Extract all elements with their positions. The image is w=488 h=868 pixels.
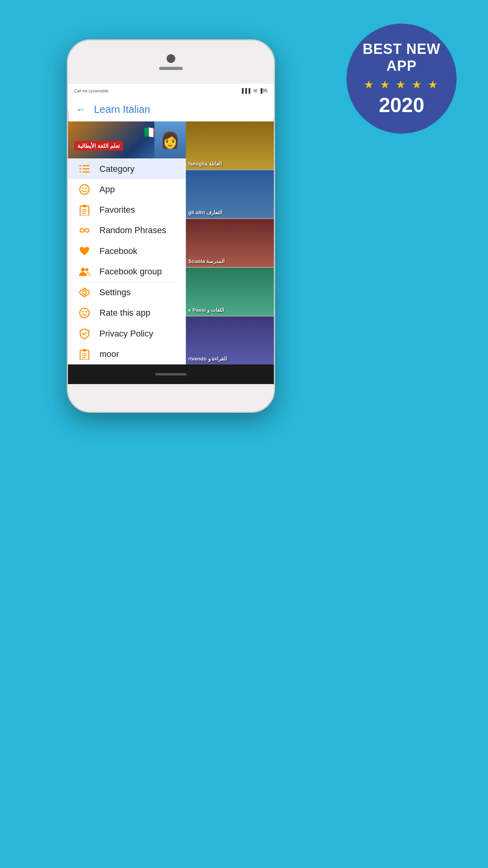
wifi-icon: ✉ bbox=[253, 88, 257, 94]
shield-icon bbox=[77, 327, 92, 341]
card-paesi[interactable]: e Paesi اللغات و bbox=[186, 268, 274, 316]
svg-point-19 bbox=[85, 311, 87, 313]
battery-icon: ▐95 bbox=[259, 88, 268, 94]
svg-point-15 bbox=[85, 268, 88, 271]
gear-icon bbox=[77, 285, 92, 300]
svg-rect-2 bbox=[83, 171, 90, 173]
carrier-info: Call me Lycamobile bbox=[74, 89, 108, 93]
card-label-famiglia: famiglia العائلة bbox=[188, 161, 222, 167]
facebook-group-label: Facebook group bbox=[99, 267, 162, 277]
menu-item-facebook[interactable]: Facebook bbox=[68, 241, 186, 261]
bottom-nav-bar bbox=[68, 364, 274, 384]
card-leggendo[interactable]: rivendo القراءة و bbox=[186, 316, 274, 364]
group-icon bbox=[77, 265, 92, 279]
rate-app-label: Rate this app bbox=[99, 308, 150, 318]
card-famiglia[interactable]: famiglia العائلة bbox=[186, 121, 274, 169]
infinity-icon bbox=[77, 223, 92, 237]
svg-rect-1 bbox=[83, 168, 90, 169]
card-label-scuola: Scuola المدرسة bbox=[188, 258, 225, 265]
category-label: Category bbox=[99, 164, 134, 174]
svg-rect-20 bbox=[80, 350, 89, 360]
favorites-label: Favorites bbox=[99, 205, 135, 215]
smile-icon-rate bbox=[77, 306, 92, 320]
card-label-leggendo: rivendo القراءة و bbox=[188, 356, 227, 362]
status-icons: ▌▌▌ ✉ ▐95 bbox=[242, 88, 268, 94]
app-label: App bbox=[99, 184, 115, 195]
svg-point-17 bbox=[80, 308, 89, 318]
svg-point-14 bbox=[81, 268, 85, 272]
svg-rect-3 bbox=[79, 165, 81, 166]
clipboard-icon-favorites bbox=[77, 203, 92, 217]
menu-item-more[interactable]: moor bbox=[68, 344, 186, 364]
front-camera bbox=[167, 54, 175, 63]
phone-bottom-bezel bbox=[68, 384, 274, 412]
menu-item-settings[interactable]: Settings bbox=[68, 282, 186, 303]
more-label: moor bbox=[99, 349, 119, 359]
privacy-label: Privacy Policy bbox=[99, 329, 153, 339]
content-cards-area: famiglia العائلة gli altri التعارف Scuol… bbox=[186, 121, 274, 364]
signal-icon: ▌▌▌ bbox=[242, 88, 252, 94]
app-header: ← Learn Italian bbox=[68, 98, 274, 121]
phone-screen: 🇮🇹 👩 تعلم اللغة الأيطالية bbox=[68, 121, 274, 364]
smile-icon-app bbox=[77, 182, 92, 197]
phone-frame: Call me Lycamobile ▌▌▌ ✉ ▐95 ← Learn Ita… bbox=[67, 39, 275, 413]
menu-item-rate[interactable]: Rate this app bbox=[68, 303, 186, 323]
menu-item-category[interactable]: Category bbox=[68, 158, 186, 179]
svg-rect-4 bbox=[79, 168, 81, 169]
carrier-name: Call me Lycamobile bbox=[74, 89, 108, 93]
svg-point-16 bbox=[83, 291, 86, 294]
clipboard-icon-more bbox=[77, 347, 92, 361]
status-bar: Call me Lycamobile ▌▌▌ ✉ ▐95 bbox=[68, 84, 274, 98]
card-label-altri: gli altri التعارف bbox=[188, 210, 222, 216]
svg-point-18 bbox=[82, 311, 84, 313]
svg-rect-10 bbox=[83, 205, 86, 207]
menu-item-app[interactable]: App bbox=[68, 179, 186, 200]
random-phrases-label: Random Phrases bbox=[99, 225, 166, 235]
svg-rect-21 bbox=[83, 349, 86, 351]
svg-point-7 bbox=[82, 188, 84, 189]
app-title: Learn Italian bbox=[94, 103, 150, 116]
hero-image: 🇮🇹 👩 تعلم اللغة الأيطالية bbox=[68, 121, 186, 158]
svg-rect-9 bbox=[80, 206, 89, 215]
menu-item-favorites[interactable]: Favorites bbox=[68, 200, 186, 220]
phone-top-bezel bbox=[68, 40, 274, 84]
hero-overlay-text: تعلم اللغة الأيطالية bbox=[74, 141, 123, 151]
card-altri[interactable]: gli altri التعارف bbox=[186, 170, 274, 218]
svg-rect-0 bbox=[83, 165, 90, 166]
badge-title-line2: APP bbox=[386, 57, 416, 74]
svg-point-8 bbox=[85, 188, 87, 189]
settings-label: Settings bbox=[99, 287, 131, 298]
best-new-app-badge: BEST NEW APP ★ ★ ★ ★ ★ 2020 bbox=[347, 24, 457, 134]
heart-icon bbox=[77, 244, 92, 258]
card-scuola[interactable]: Scuola المدرسة bbox=[186, 219, 274, 267]
badge-title-line1: BEST NEW bbox=[363, 40, 440, 57]
facebook-label: Facebook bbox=[99, 246, 138, 256]
badge-year: 2020 bbox=[379, 93, 424, 117]
svg-point-6 bbox=[80, 185, 89, 194]
list-icon bbox=[77, 162, 92, 176]
back-button[interactable]: ← bbox=[76, 103, 86, 116]
badge-stars: ★ ★ ★ ★ ★ bbox=[364, 78, 439, 91]
home-indicator bbox=[155, 373, 187, 375]
menu-item-facebook-group[interactable]: Facebook group bbox=[68, 261, 186, 282]
earpiece bbox=[159, 67, 183, 70]
navigation-drawer: 🇮🇹 👩 تعلم اللغة الأيطالية bbox=[68, 121, 186, 364]
menu-item-random-phrases[interactable]: Random Phrases bbox=[68, 220, 186, 241]
card-label-paesi: e Paesi اللغات و bbox=[188, 307, 224, 313]
svg-rect-5 bbox=[79, 171, 81, 173]
menu-item-privacy[interactable]: Privacy Policy bbox=[68, 323, 186, 344]
